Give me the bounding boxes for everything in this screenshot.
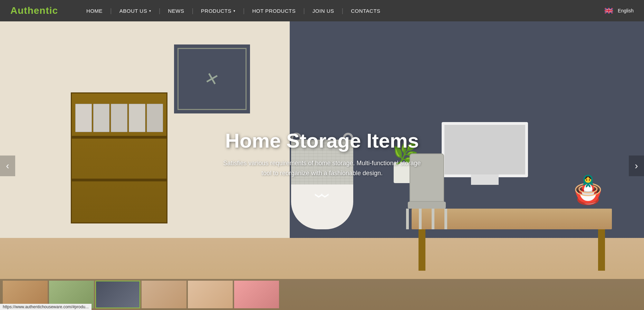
slider-arrow-right[interactable]: › (629, 156, 644, 176)
chair-legs (403, 209, 451, 229)
monitor-stand (471, 174, 499, 185)
hero-content: Home Storage Items Satisfies various req… (201, 130, 443, 202)
logo[interactable]: Authentic (10, 5, 58, 16)
scroll-down-chevron[interactable]: ❯❯ (201, 189, 443, 202)
nav-item-contacts[interactable]: CONTACTS (343, 8, 388, 14)
chair-leg-4 (444, 209, 447, 229)
dropdown-arrow-products: ▾ (233, 9, 236, 13)
chair-leg-2 (419, 209, 422, 229)
language-selector[interactable]: English (605, 8, 634, 13)
nav-links: HOME | ABOUT US ▾ | NEWS | PRODUCTS ▾ | (79, 7, 605, 14)
hero-background: ✕ 🌿 (0, 21, 644, 310)
nav-item-join-us[interactable]: JOIN US (305, 8, 342, 14)
thumbnail-6[interactable] (234, 281, 279, 308)
nav-item-hot-products[interactable]: HOT PRODUCTS (244, 8, 303, 14)
mannequin: 🪆 (571, 174, 605, 206)
monitor-screen (444, 125, 525, 174)
thumbnail-5[interactable] (188, 281, 233, 308)
right-arrow-icon: › (635, 160, 638, 171)
chalk-arrows-icon: ✕ (203, 68, 221, 90)
monitor (442, 122, 528, 177)
navbar: Authentic HOME | ABOUT US ▾ | NEWS | PRO… (0, 0, 644, 21)
thumbnail-strip (0, 279, 644, 310)
status-url: https://www.authentichouseware.com/#prod… (3, 304, 89, 309)
bookcase-shelf-1 (72, 136, 166, 139)
logo-text: Authentic (10, 5, 58, 16)
thumbnail-5-content (188, 281, 233, 308)
nav-item-home[interactable]: HOME (79, 8, 110, 14)
nav-link-home[interactable]: HOME (79, 8, 110, 14)
chair-leg-3 (432, 209, 434, 229)
book-2 (93, 104, 110, 132)
nav-link-contacts[interactable]: CONTACTS (343, 8, 388, 14)
thumbnail-3[interactable] (95, 281, 140, 308)
bookcase-shelf-2 (72, 179, 166, 181)
thumbnail-4[interactable] (142, 281, 186, 308)
chair-leg-1 (406, 209, 409, 229)
book-4 (129, 104, 145, 132)
hero-subtitle: Satisfies various requirements of home s… (219, 158, 426, 178)
nav-link-products[interactable]: PRODUCTS ▾ (193, 8, 243, 14)
thumbnail-6-content (234, 281, 279, 308)
book-1 (75, 104, 92, 132)
thumbnail-3-content (96, 281, 140, 308)
nav-link-hot-products[interactable]: HOT PRODUCTS (244, 8, 303, 14)
book-5 (147, 104, 163, 132)
books-row (75, 104, 163, 132)
book-3 (111, 104, 127, 132)
flag-wrapper (605, 8, 615, 13)
chalkboard: ✕ (174, 44, 250, 113)
chair-seat (408, 202, 446, 209)
nav-link-about-us[interactable]: ABOUT US ▾ (112, 8, 159, 14)
dropdown-arrow-about: ▾ (149, 9, 151, 13)
desk-leg-left (419, 229, 425, 271)
thumbnail-4-content (142, 281, 186, 308)
hero-title: Home Storage Items (201, 130, 443, 152)
nav-item-news[interactable]: NEWS (160, 8, 192, 14)
hero-section: ✕ 🌿 (0, 21, 644, 310)
chalk-drawing: ✕ (177, 48, 247, 110)
bookcase (71, 92, 167, 223)
left-arrow-icon: ‹ (6, 160, 9, 171)
slider-arrow-left[interactable]: ‹ (0, 156, 15, 176)
nav-link-join-us[interactable]: JOIN US (305, 8, 342, 14)
uk-flag-icon (605, 8, 613, 13)
nav-item-products[interactable]: PRODUCTS ▾ (193, 8, 243, 14)
language-text: English (618, 8, 634, 13)
nav-link-news[interactable]: NEWS (160, 8, 192, 14)
desk-leg-right (598, 229, 605, 271)
status-bar: https://www.authentichouseware.com/#prod… (0, 304, 92, 310)
nav-item-about-us[interactable]: ABOUT US ▾ (112, 8, 159, 14)
